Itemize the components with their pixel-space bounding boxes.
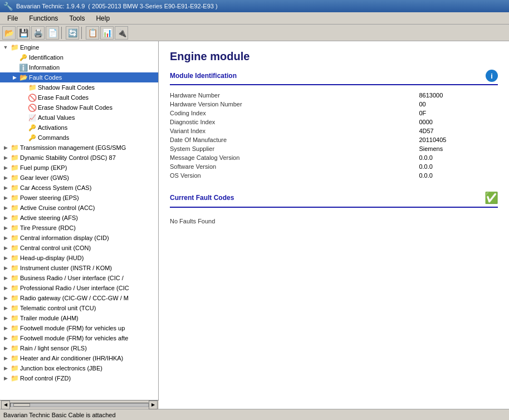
- scroll-left-btn[interactable]: ◀: [1, 401, 10, 409]
- menu-functions[interactable]: Functions: [24, 13, 63, 24]
- expand-fuel[interactable]: ▶: [1, 163, 10, 172]
- scroll-track[interactable]: [10, 403, 149, 407]
- tree-item-transmission[interactable]: ▶ 📁 Transmission management (EGS/SMG: [0, 143, 158, 153]
- tree-item-power-steering[interactable]: ▶ 📁 Power steering (EPS): [0, 193, 158, 203]
- tree-item-commands[interactable]: 🔑 Commands: [0, 133, 158, 143]
- expand-con[interactable]: ▶: [1, 243, 10, 252]
- tree-item-radio-gw[interactable]: ▶ 📁 Radio gateway (CIC-GW / CCC-GW / M: [0, 293, 158, 303]
- tree-item-con[interactable]: ▶ 📁 Central control unit (CON): [0, 243, 158, 253]
- tree-item-pro-radio[interactable]: ▶ 📁 Professional Radio / User interface …: [0, 283, 158, 293]
- table-row: System SupplierSiemens: [170, 144, 498, 153]
- toolbar-btn-open[interactable]: 📂: [2, 26, 16, 40]
- expand-jbe[interactable]: ▶: [1, 364, 10, 373]
- expand-tcu[interactable]: ▶: [1, 304, 10, 312]
- tree-item-cid[interactable]: ▶ 📁 Central information display (CID): [0, 233, 158, 243]
- tree-label-hud: Head-up-display (HUD): [20, 255, 84, 261]
- expand-afs[interactable]: ▶: [1, 213, 10, 222]
- tree-label-engine: Engine: [20, 44, 39, 51]
- tree-item-hvac[interactable]: ▶ 📁 Heater and Air conditioner (IHR/IHKA…: [0, 353, 158, 363]
- tree-item-actual-values[interactable]: 📈 Actual Values: [0, 113, 158, 123]
- expand-transmission[interactable]: ▶: [1, 143, 10, 152]
- tree-item-frm2[interactable]: ▶ 📁 Footwell module (FRM) for vehicles a…: [0, 333, 158, 343]
- toolbar-btn-save[interactable]: 💾: [17, 26, 30, 40]
- expand-dsc[interactable]: ▶: [1, 153, 10, 162]
- expand-radio-gw[interactable]: ▶: [1, 294, 10, 302]
- menu-help[interactable]: Help: [91, 13, 115, 24]
- tree-item-car-access[interactable]: ▶ 📁 Car Access System (CAS): [0, 183, 158, 193]
- folder-icon-con: 📁: [10, 244, 19, 252]
- tree-item-fault-codes[interactable]: ▶ 📂 Fault Codes: [0, 72, 158, 82]
- tree-item-rls[interactable]: ▶ 📁 Rain / light sensor (RLS): [0, 343, 158, 353]
- toolbar-btn-chart[interactable]: 📊: [100, 26, 114, 40]
- expand-business-radio[interactable]: ▶: [1, 274, 10, 282]
- tree-item-engine[interactable]: ▼ 📁 Engine: [0, 42, 158, 52]
- scroll-right-btn[interactable]: ▶: [149, 401, 158, 409]
- table-cell-label: Date Of Manufacture: [170, 135, 419, 144]
- expand-rls[interactable]: ▶: [1, 344, 10, 353]
- expand-acc[interactable]: ▶: [1, 203, 10, 212]
- tree-hscroll[interactable]: ◀ ▶: [0, 400, 159, 409]
- expand-gear[interactable]: ▶: [1, 173, 10, 182]
- table-cell-value: 0.0.0: [419, 153, 498, 162]
- tree-label-instr: Instrument cluster (INSTR / KOM): [20, 265, 112, 271]
- menu-file[interactable]: File: [2, 13, 23, 24]
- tree-item-ahm[interactable]: ▶ 📁 Trailer module (AHM): [0, 313, 158, 323]
- expand-frm1[interactable]: ▶: [1, 324, 10, 333]
- expand-hud[interactable]: ▶: [1, 253, 10, 262]
- tree-item-tire-pressure[interactable]: ▶ 📁 Tire Pressure (RDC): [0, 223, 158, 233]
- tree-item-fuel-pump[interactable]: ▶ 📁 Fuel pump (EKP): [0, 163, 158, 173]
- toolbar-btn-connect[interactable]: 🔌: [115, 26, 128, 40]
- toolbar-btn-clipboard[interactable]: 📋: [86, 26, 99, 40]
- table-cell-label: System Supplier: [170, 144, 419, 153]
- tree-item-activations[interactable]: 🔑 Activations: [0, 123, 158, 133]
- folder-icon-hud: 📁: [10, 254, 19, 262]
- tree-label-pro-radio: Professional Radio / User interface (CIC: [20, 285, 129, 291]
- toolbar-btn-doc[interactable]: 📄: [46, 26, 59, 40]
- tree-item-dsc[interactable]: ▶ 📁 Dynamic Stability Control (DSC) 87: [0, 153, 158, 163]
- expand-car-access[interactable]: ▶: [1, 183, 10, 192]
- tree-item-business-radio[interactable]: ▶ 📁 Business Radio / User interface (CIC…: [0, 273, 158, 283]
- tree-item-tcu[interactable]: ▶ 📁 Telematic control unit (TCU): [0, 303, 158, 313]
- tree-item-instr[interactable]: ▶ 📁 Instrument cluster (INSTR / KOM): [0, 263, 158, 273]
- tree-item-identification[interactable]: 🔑 Identification: [0, 52, 158, 62]
- expand-frm2[interactable]: ▶: [1, 334, 10, 343]
- expand-fault-codes[interactable]: ▶: [10, 73, 19, 82]
- tree-item-frm1[interactable]: ▶ 📁 Footwell module (FRM) for vehicles u…: [0, 323, 158, 333]
- folder-icon-engine: 📁: [10, 43, 19, 51]
- tree-label-erase-fault-codes: Erase Fault Codes: [38, 94, 89, 101]
- toolbar-btn-print[interactable]: 🖨️: [31, 26, 45, 40]
- tree-item-erase-fault-codes[interactable]: 🚫 Erase Fault Codes: [0, 92, 158, 102]
- table-cell-value: 0.0.0: [419, 171, 498, 180]
- info-icon-information: ℹ️: [19, 64, 28, 71]
- info-icon[interactable]: i: [486, 70, 498, 82]
- tree-item-acc[interactable]: ▶ 📁 Active Cruise control (ACC): [0, 203, 158, 213]
- menu-bar: File Functions Tools Help: [0, 12, 509, 25]
- folder-icon-frm2: 📁: [10, 334, 19, 342]
- tree-item-erase-shadow[interactable]: 🚫 Erase Shadow Fault Codes: [0, 102, 158, 113]
- expand-instr[interactable]: ▶: [1, 263, 10, 272]
- expand-engine[interactable]: ▼: [1, 43, 10, 52]
- tree-item-hud[interactable]: ▶ 📁 Head-up-display (HUD): [0, 253, 158, 263]
- tree-item-information[interactable]: ℹ️ Information: [0, 62, 158, 72]
- table-cell-value: 4D57: [419, 126, 498, 135]
- module-identification-header: Module Identification i: [170, 70, 498, 85]
- expand-tire[interactable]: ▶: [1, 223, 10, 232]
- tree-item-jbe[interactable]: ▶ 📁 Junction box electronics (JBE): [0, 363, 158, 373]
- tree-item-afs[interactable]: ▶ 📁 Active steering (AFS): [0, 213, 158, 223]
- expand-hvac[interactable]: ▶: [1, 354, 10, 363]
- expand-cid[interactable]: ▶: [1, 233, 10, 242]
- menu-tools[interactable]: Tools: [64, 13, 90, 24]
- expand-power-steering[interactable]: ▶: [1, 193, 10, 202]
- module-info-table: Hardware Number8613000Hardware Version N…: [170, 91, 498, 180]
- expand-pro-radio[interactable]: ▶: [1, 284, 10, 292]
- tree-item-gear-lever[interactable]: ▶ 📁 Gear lever (GWS): [0, 173, 158, 183]
- tree-item-fzd[interactable]: ▶ 📁 Roof control (FZD): [0, 373, 158, 383]
- table-row: Coding Index0F: [170, 109, 498, 118]
- fault-codes-header: Current Fault Codes ✅: [170, 191, 498, 208]
- toolbar-separator: [61, 27, 63, 39]
- expand-fzd[interactable]: ▶: [1, 374, 10, 383]
- tree-item-shadow-fault-codes[interactable]: 📁 Shadow Fault Codes: [0, 82, 158, 92]
- toolbar-btn-refresh[interactable]: 🔄: [66, 26, 79, 40]
- scroll-thumb[interactable]: [13, 403, 30, 407]
- expand-ahm[interactable]: ▶: [1, 314, 10, 323]
